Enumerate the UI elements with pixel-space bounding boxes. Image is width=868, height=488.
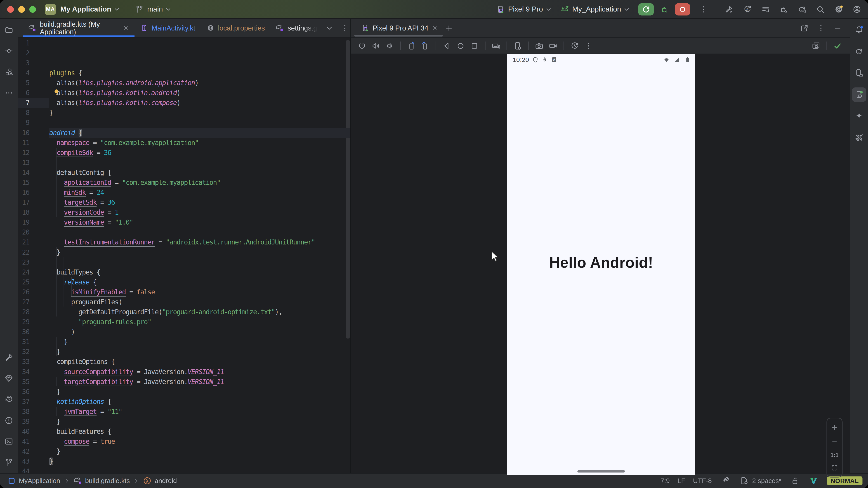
search-icon[interactable] (815, 4, 826, 15)
more-horizontal-icon[interactable] (2, 86, 16, 100)
tab-scrollbar[interactable] (354, 35, 443, 36)
code-line[interactable]: alias(libs.plugins.android.application) (49, 78, 350, 88)
add-device-tab-button[interactable] (443, 22, 454, 33)
ai-disabled-icon[interactable] (719, 475, 731, 486)
code-line[interactable]: proguardFiles( (49, 297, 350, 307)
code-line[interactable]: sourceCompatibility = JavaVersion.VERSIO… (49, 367, 350, 377)
intention-lightbulb-icon[interactable] (53, 89, 60, 99)
commit-icon[interactable] (2, 43, 16, 58)
problems-icon[interactable] (2, 413, 16, 428)
code-line[interactable] (49, 228, 350, 237)
code-line[interactable]: versionName = "1.0" (49, 217, 350, 227)
zoom-in-button[interactable] (830, 423, 839, 431)
code-line[interactable]: } (49, 456, 350, 466)
airplane-icon[interactable] (852, 131, 866, 145)
tab-emulator-device[interactable]: Pixel 9 Pro API 34 (355, 19, 443, 37)
gemini-sparkle-icon[interactable] (852, 109, 866, 123)
breadcrumb-block[interactable]: android (143, 477, 177, 485)
run-configuration-selector[interactable]: My_Application (560, 5, 630, 13)
home-icon[interactable] (455, 40, 466, 51)
device-selector[interactable]: Pixel 9 Pro (496, 5, 552, 13)
build-hammer-plain-icon[interactable] (2, 350, 16, 365)
project-selector[interactable]: My Application (56, 5, 121, 13)
unlock-icon[interactable] (789, 475, 800, 486)
emulator-screen[interactable]: 10:20 A Hello Android! (507, 54, 695, 475)
code-line[interactable]: ) (49, 327, 350, 337)
code-line[interactable]: compileOptions { (49, 357, 350, 367)
indent-setting[interactable]: 2 spaces* (739, 475, 781, 486)
gradle-elephant-sync-icon[interactable] (797, 4, 808, 15)
branch-selector[interactable]: main (135, 5, 172, 13)
logcat-lines-icon[interactable] (760, 4, 771, 15)
close-window-button[interactable] (7, 6, 14, 12)
close-device-tab-button[interactable] (432, 25, 438, 31)
code-line[interactable]: buildFeatures { (49, 427, 350, 436)
code-line[interactable]: } (49, 108, 350, 118)
code-line[interactable]: alias(libs.plugins.kotlin.compose) (49, 98, 350, 108)
rotate-left-icon[interactable] (406, 40, 417, 51)
code-line[interactable]: } (49, 387, 350, 397)
code-line[interactable]: jvmTarget = "11" (49, 407, 350, 417)
fit-screen-button[interactable] (830, 464, 839, 473)
tab-options-button[interactable] (339, 22, 350, 33)
tab-build-gradle[interactable]: build.gradle.kts (My Application) (23, 19, 134, 37)
code-line[interactable]: targetCompatibility = JavaVersion.VERSIO… (49, 377, 350, 387)
build-hammer-icon[interactable] (723, 4, 735, 15)
terminal-icon[interactable] (2, 434, 16, 449)
project-folder-icon[interactable] (2, 23, 16, 37)
minimize-window-button[interactable] (18, 6, 25, 12)
code-line[interactable]: targetSdk = 36 (49, 197, 350, 207)
code-line[interactable]: } (49, 347, 350, 357)
maximize-window-button[interactable] (29, 6, 36, 12)
gesture-navigation-bar[interactable] (577, 470, 625, 473)
code-line[interactable]: versionCode = 1 (49, 207, 350, 217)
code-line[interactable]: minSdk = 24 (49, 188, 350, 197)
code-line[interactable]: } (49, 337, 350, 347)
breadcrumb-module[interactable]: MyApplication (7, 477, 60, 485)
volume-up-icon[interactable] (370, 40, 381, 51)
sync-alphabet-icon[interactable]: A (742, 4, 753, 15)
code-line[interactable]: isMinifyEnabled = false (49, 287, 350, 297)
tab-mainactivity[interactable]: MainActivity.kt (134, 19, 201, 37)
virtual-input-icon[interactable] (491, 40, 502, 51)
code-line[interactable]: "proguard-rules.pro" (49, 317, 350, 327)
overview-icon[interactable] (469, 40, 480, 51)
screenshot-camera-icon[interactable] (534, 40, 545, 51)
code-line[interactable] (49, 118, 350, 128)
code-line[interactable]: applicationId = "com.example.myapplicati… (49, 177, 350, 188)
code-line[interactable]: } (49, 447, 350, 456)
vim-icon[interactable] (808, 475, 819, 486)
resource-manager-icon[interactable] (2, 65, 16, 79)
app-inspection-diamond-icon[interactable] (2, 371, 16, 386)
device-settings-icon[interactable] (512, 40, 523, 51)
rotate-right-icon[interactable] (420, 40, 431, 51)
stop-button[interactable] (675, 3, 690, 15)
code-line[interactable]: } (49, 248, 350, 257)
user-profile-icon[interactable] (851, 4, 863, 15)
status-check-icon[interactable] (832, 40, 843, 51)
code-line[interactable]: compileSdk = 36 (49, 148, 350, 158)
caret-position[interactable]: 7:9 (660, 477, 670, 485)
volume-down-icon[interactable] (384, 40, 395, 51)
code-line[interactable]: namespace = "com.example.myapplication" (49, 138, 350, 148)
hide-panel-button[interactable] (832, 22, 843, 33)
running-devices-icon[interactable] (852, 88, 866, 102)
code-line[interactable]: plugins { (49, 68, 350, 78)
zoom-reset-button[interactable]: 1:1 (831, 452, 838, 458)
gradle-elephant-icon[interactable] (852, 44, 866, 59)
breadcrumb-file[interactable]: build.gradle.kts (73, 477, 130, 485)
code-line[interactable]: } (49, 417, 350, 427)
screen-record-icon[interactable] (548, 40, 559, 51)
code-line[interactable] (49, 158, 350, 168)
vim-mode-badge[interactable]: NORMAL (827, 477, 863, 485)
code-line[interactable]: testInstrumentationRunner = "androidx.te… (49, 237, 350, 248)
close-tab-button[interactable] (123, 25, 129, 31)
file-encoding[interactable]: UTF-8 (693, 477, 712, 485)
hidden-tabs-button[interactable] (324, 22, 335, 33)
code-line[interactable] (49, 257, 350, 267)
zoom-out-button[interactable] (830, 437, 839, 446)
code-line[interactable]: release { (49, 277, 350, 287)
code-line[interactable]: defaultConfig { (49, 168, 350, 177)
code-line[interactable]: kotlinOptions { (49, 397, 350, 407)
code-line[interactable] (49, 466, 350, 473)
